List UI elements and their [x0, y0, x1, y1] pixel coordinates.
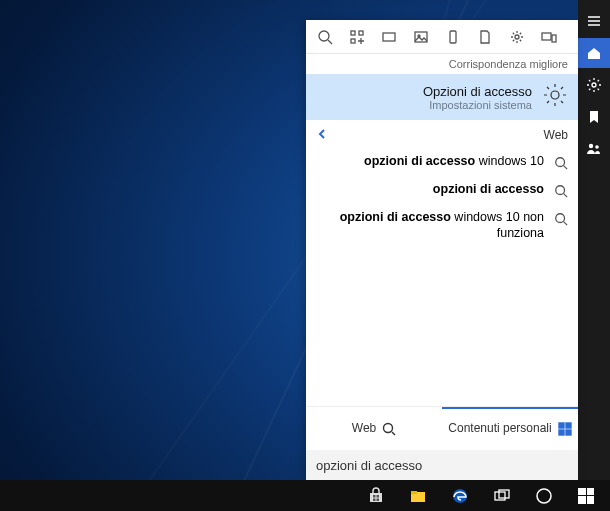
svg-rect-18 [559, 423, 564, 428]
svg-rect-5 [359, 31, 363, 35]
svg-rect-7 [383, 33, 395, 41]
svg-rect-29 [370, 493, 382, 502]
apps-icon[interactable] [348, 28, 366, 46]
bottom-tabs: Contenuti personali Web [306, 406, 578, 450]
store-icon[interactable] [356, 480, 396, 511]
web-suggestion[interactable]: opzioni di accesso [306, 178, 578, 206]
web-suggestion[interactable]: opzioni di accesso windows 10 non funzio… [306, 206, 578, 249]
devices-icon[interactable] [540, 28, 558, 46]
search-icon [554, 212, 568, 226]
svg-rect-33 [377, 498, 380, 501]
web-label: Web [544, 128, 568, 142]
cortana-icon[interactable] [524, 480, 564, 511]
start-button[interactable] [566, 480, 606, 511]
svg-rect-21 [566, 430, 571, 435]
svg-rect-30 [373, 495, 376, 498]
best-match-result[interactable]: Opzioni di accesso Impostazioni sistema [306, 74, 578, 120]
document-icon[interactable] [476, 28, 494, 46]
svg-point-22 [384, 423, 393, 432]
gear-icon [542, 82, 568, 112]
svg-point-14 [551, 91, 559, 99]
svg-rect-4 [351, 31, 355, 35]
chevron-left-icon [316, 126, 328, 144]
settings-gear-icon[interactable] [508, 28, 526, 46]
best-match-subtitle: Impostazioni sistema [423, 99, 532, 111]
search-icon[interactable] [316, 28, 334, 46]
suggestion-text: opzioni di accesso [433, 182, 544, 198]
tab-web[interactable]: Web [306, 407, 442, 450]
search-icon [382, 422, 396, 436]
tab-personal[interactable]: Contenuti personali [442, 407, 578, 450]
svg-rect-8 [415, 32, 427, 42]
svg-rect-19 [566, 423, 571, 428]
svg-rect-13 [552, 35, 556, 42]
search-input[interactable]: opzioni di accesso [306, 450, 578, 480]
svg-rect-10 [450, 31, 456, 43]
home-icon[interactable] [578, 38, 610, 68]
svg-point-17 [556, 214, 565, 223]
svg-point-26 [453, 489, 467, 503]
taskbar [0, 480, 610, 511]
monitor-icon[interactable] [380, 28, 398, 46]
task-view-icon[interactable] [482, 480, 522, 511]
search-icon [554, 156, 568, 170]
svg-rect-32 [373, 498, 376, 501]
svg-rect-28 [411, 491, 417, 494]
svg-point-16 [556, 186, 565, 195]
svg-point-15 [556, 158, 565, 167]
search-value: opzioni di accesso [316, 458, 422, 473]
svg-point-23 [537, 489, 551, 503]
file-explorer-icon[interactable] [398, 480, 438, 511]
web-section-header[interactable]: Web [306, 120, 578, 150]
search-icon [554, 184, 568, 198]
svg-point-0 [592, 83, 596, 87]
image-icon[interactable] [412, 28, 430, 46]
svg-rect-31 [377, 495, 380, 498]
best-match-title: Opzioni di accesso [423, 84, 532, 99]
svg-rect-12 [542, 33, 551, 40]
search-panel: Corrispondenza migliore Opzioni di acces… [306, 20, 578, 480]
web-suggestion[interactable]: opzioni di accesso windows 10 [306, 150, 578, 178]
tab-label: Web [352, 422, 376, 435]
svg-rect-6 [351, 39, 355, 43]
bookmark-icon[interactable] [578, 102, 610, 132]
svg-point-1 [589, 144, 593, 148]
menu-icon[interactable] [578, 6, 610, 36]
gear-icon[interactable] [578, 70, 610, 100]
edge-icon[interactable] [440, 480, 480, 511]
svg-rect-25 [499, 490, 509, 498]
svg-point-11 [515, 35, 519, 39]
svg-point-2 [595, 145, 599, 149]
best-match-label: Corrispondenza migliore [306, 54, 578, 74]
panel-sidebar [578, 0, 610, 480]
svg-rect-20 [559, 430, 564, 435]
filter-row [306, 20, 578, 54]
people-icon[interactable] [578, 134, 610, 164]
suggestion-text: opzioni di accesso windows 10 non funzio… [316, 210, 544, 241]
tab-label: Contenuti personali [448, 422, 551, 435]
suggestion-text: opzioni di accesso windows 10 [364, 154, 544, 170]
phone-icon[interactable] [444, 28, 462, 46]
svg-rect-24 [495, 492, 505, 500]
grid-icon [558, 422, 572, 436]
svg-point-3 [319, 31, 329, 41]
